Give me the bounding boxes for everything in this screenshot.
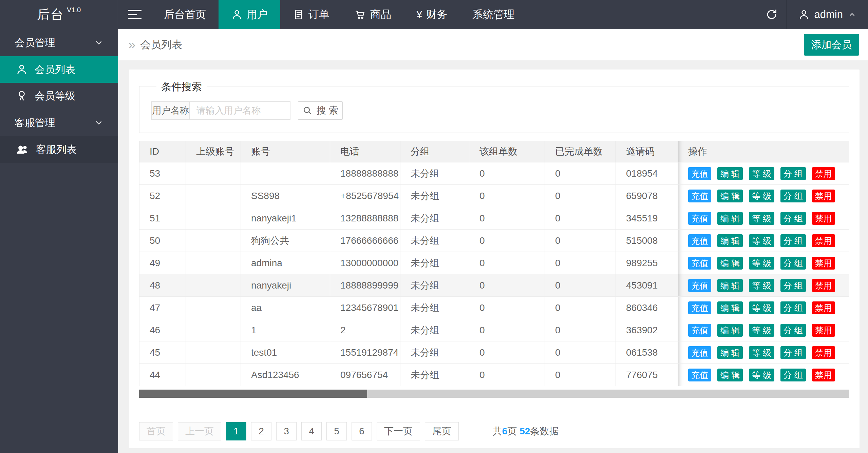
disable-button[interactable]: 禁用 (812, 346, 835, 359)
cell-group: 未分组 (400, 274, 469, 297)
cell-parent (186, 185, 241, 207)
disable-button[interactable]: 禁用 (812, 190, 835, 202)
cell-account: SS898 (241, 185, 330, 207)
recharge-button[interactable]: 充值 (688, 301, 711, 314)
level-button[interactable]: 等 级 (749, 167, 774, 180)
breadcrumb-bar: » 会员列表 添加会员 (118, 29, 868, 60)
page-button-1[interactable]: 1 (226, 422, 246, 440)
disable-button[interactable]: 禁用 (812, 167, 835, 180)
page-button-2[interactable]: 2 (251, 422, 271, 440)
recharge-button[interactable]: 充值 (688, 346, 711, 359)
sidebar-group-3[interactable]: 客服管理 (0, 109, 118, 136)
nav-item-label: 财务 (426, 7, 447, 22)
nav-item-system[interactable]: 系统管理 (460, 0, 527, 29)
cell-group_orders: 0 (469, 341, 545, 364)
nav-item-home[interactable]: 后台首页 (151, 0, 219, 29)
group-button[interactable]: 分 组 (780, 324, 806, 337)
level-button[interactable]: 等 级 (749, 346, 774, 359)
group-button[interactable]: 分 组 (780, 212, 806, 225)
search-button[interactable]: 搜 索 (298, 101, 343, 120)
recharge-button[interactable]: 充值 (688, 324, 711, 337)
disable-button[interactable]: 禁用 (812, 324, 835, 337)
refresh-button[interactable] (757, 0, 787, 29)
edit-button[interactable]: 编 辑 (717, 234, 743, 247)
table-row: 5318888888888未分组00018954充值编 辑等 级分 组禁用 (139, 162, 849, 185)
sidebar-item-4[interactable]: 客服列表 (0, 136, 118, 163)
page-button-5[interactable]: 5 (326, 422, 347, 440)
disable-button[interactable]: 禁用 (812, 234, 835, 247)
edit-button[interactable]: 编 辑 (717, 369, 743, 381)
cell-parent (186, 252, 241, 274)
edit-button[interactable]: 编 辑 (717, 167, 743, 180)
column-header: 电话 (330, 141, 400, 162)
group-button[interactable]: 分 组 (780, 257, 806, 270)
level-button[interactable]: 等 级 (749, 257, 774, 270)
edit-button[interactable]: 编 辑 (717, 212, 743, 225)
nav-item-user[interactable]: 用户 (219, 0, 280, 29)
scrollbar-thumb[interactable] (139, 390, 367, 398)
disable-button[interactable]: 禁用 (812, 279, 835, 292)
add-member-button[interactable]: 添加会员 (804, 34, 859, 56)
recharge-button[interactable]: 充值 (688, 234, 711, 247)
table-body: 5318888888888未分组00018954充值编 辑等 级分 组禁用52S… (139, 162, 849, 386)
cell-group_orders: 0 (469, 207, 545, 230)
group-button[interactable]: 分 组 (780, 301, 806, 314)
username-search-input[interactable] (190, 102, 290, 119)
group-button[interactable]: 分 组 (780, 346, 806, 359)
recharge-button[interactable]: 充值 (688, 369, 711, 381)
breadcrumb-arrow-icon: » (128, 38, 135, 51)
edit-button[interactable]: 编 辑 (717, 257, 743, 270)
page-button-尾页[interactable]: 尾页 (425, 422, 459, 440)
disable-button[interactable]: 禁用 (812, 257, 835, 270)
level-button[interactable]: 等 级 (749, 324, 774, 337)
nav-item-goods[interactable]: 商品 (342, 0, 404, 29)
cell-invite_code: 776075 (616, 364, 678, 386)
page-button-下一页[interactable]: 下一页 (377, 422, 420, 440)
recharge-button[interactable]: 充值 (688, 167, 711, 180)
service-icon (16, 143, 29, 156)
disable-button[interactable]: 禁用 (812, 369, 835, 381)
level-button[interactable]: 等 级 (749, 279, 774, 292)
edit-button[interactable]: 编 辑 (717, 324, 743, 337)
search-icon (302, 105, 313, 116)
cell-invite_code: 989255 (616, 252, 678, 274)
page-button-3[interactable]: 3 (276, 422, 297, 440)
disable-button[interactable]: 禁用 (812, 301, 835, 314)
page-button-4[interactable]: 4 (301, 422, 322, 440)
cell-id: 48 (139, 274, 186, 297)
group-button[interactable]: 分 组 (780, 369, 806, 381)
cell-actions: 充值编 辑等 级分 组禁用 (678, 319, 849, 341)
cell-group: 未分组 (400, 162, 469, 185)
sidebar-group-0[interactable]: 会员管理 (0, 29, 118, 56)
cell-group: 未分组 (400, 341, 469, 364)
recharge-button[interactable]: 充值 (688, 212, 711, 225)
level-button[interactable]: 等 级 (749, 301, 774, 314)
recharge-button[interactable]: 充值 (688, 190, 711, 202)
level-button[interactable]: 等 级 (749, 234, 774, 247)
cell-completed_orders: 0 (545, 297, 616, 319)
horizontal-scrollbar[interactable] (139, 390, 849, 398)
page-button-6[interactable]: 6 (352, 422, 372, 440)
nav-item-finance[interactable]: ¥财务 (404, 0, 460, 29)
table-row: 45test0115519129874未分组00061538充值编 辑等 级分 … (139, 341, 849, 364)
level-button[interactable]: 等 级 (749, 212, 774, 225)
group-button[interactable]: 分 组 (780, 234, 806, 247)
group-button[interactable]: 分 组 (780, 279, 806, 292)
brand-logo: 后台 V1.0 (0, 0, 118, 29)
user-menu[interactable]: admin (787, 0, 868, 29)
recharge-button[interactable]: 充值 (688, 257, 711, 270)
group-button[interactable]: 分 组 (780, 167, 806, 180)
nav-item-order[interactable]: 订单 (280, 0, 342, 29)
recharge-button[interactable]: 充值 (688, 279, 711, 292)
collapse-menu-button[interactable] (118, 0, 151, 29)
edit-button[interactable]: 编 辑 (717, 279, 743, 292)
sidebar-item-2[interactable]: 会员等级 (0, 83, 118, 109)
edit-button[interactable]: 编 辑 (717, 190, 743, 202)
level-button[interactable]: 等 级 (749, 190, 774, 202)
level-button[interactable]: 等 级 (749, 369, 774, 381)
group-button[interactable]: 分 组 (780, 190, 806, 202)
edit-button[interactable]: 编 辑 (717, 346, 743, 359)
edit-button[interactable]: 编 辑 (717, 301, 743, 314)
sidebar-item-1[interactable]: 会员列表 (0, 56, 118, 83)
disable-button[interactable]: 禁用 (812, 212, 835, 225)
